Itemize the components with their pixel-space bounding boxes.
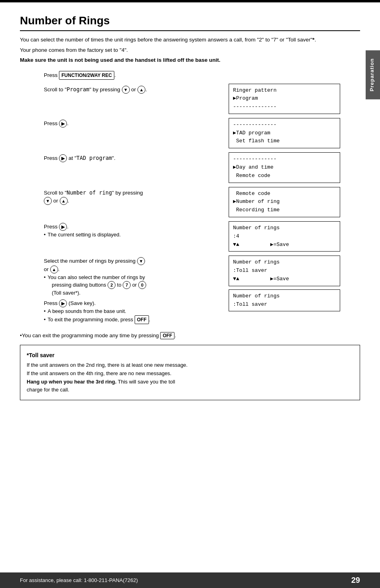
key-2: 2: [108, 281, 116, 289]
step-5-row: Scroll to "Number of ring" by pressing ▼…: [20, 187, 340, 217]
key-0: 0: [138, 281, 146, 289]
step-1-row: Press FUNCTION/2WAY REC.: [20, 69, 340, 80]
step-7-left: Select the number of rings by pressing ▼…: [44, 256, 229, 324]
lcd-2: -------------- ▶TAD program Set flash ti…: [229, 118, 340, 148]
step-5-left: Scroll to "Number of ring" by pressing ▼…: [44, 187, 229, 205]
sidebar-label: Preparation: [369, 58, 375, 91]
right-arrow-key-4: ▶: [59, 299, 67, 307]
toll-saver-line1: If the unit answers on the 2nd ring, the…: [27, 361, 353, 370]
lcd-4: Remote code ▶Number of ring Recording ti…: [229, 187, 340, 217]
function-key: FUNCTION/2WAY REC: [59, 71, 114, 80]
right-arrow-key-2: ▶: [59, 154, 67, 162]
step-4-text: Press ▶ at "TAD program".: [44, 155, 116, 161]
lcd-1: Ringer pattern ▶Program --------------: [229, 84, 340, 114]
up-arrow-key-2: ▲: [60, 197, 68, 205]
off-key-2: OFF: [160, 332, 174, 339]
content-area: Press FUNCTION/2WAY REC. Scroll to "Prog…: [20, 69, 360, 328]
step-2-row: Scroll to "Program" by pressing ▼ or ▲. …: [20, 84, 340, 114]
step-3-right: -------------- ▶TAD program Set flash ti…: [229, 118, 340, 148]
step-7-bullet2: A beep sounds from the base unit.: [44, 307, 221, 315]
step-6-left: Press ▶. The current setting is displaye…: [44, 221, 229, 239]
step-7-row: Select the number of rings by pressing ▼…: [20, 256, 340, 324]
sidebar-tab: Preparation: [366, 50, 380, 99]
down-arrow-key: ▼: [122, 86, 130, 94]
down-arrow-key-3: ▼: [137, 257, 145, 265]
step-7-bullet1-cont: pressing dialing buttons 2 to 7 or 0: [52, 281, 221, 289]
step-7-bullet3: To exit the programming mode, press OFF.: [44, 315, 221, 324]
step-6-bullet: The current setting is displayed.: [44, 232, 121, 238]
toll-saver-line2: If the unit answers on the 4th ring, the…: [27, 370, 353, 378]
step-3-left: Press ▶.: [44, 118, 229, 128]
step-1-left: Press FUNCTION/2WAY REC.: [44, 69, 229, 80]
step-4-left: Press ▶ at "TAD program".: [44, 152, 229, 162]
up-arrow-key-3: ▲: [50, 265, 58, 273]
step-2-left: Scroll to "Program" by pressing ▼ or ▲.: [44, 84, 229, 94]
page-number: 29: [351, 576, 360, 585]
footer-label: For assistance, please call: 1-800-211-P…: [20, 577, 138, 583]
bold-warning: Make sure the unit is not being used and…: [20, 57, 360, 63]
step-5-right: Remote code ▶Number of ring Recording ti…: [229, 187, 340, 217]
right-arrow-key-3: ▶: [59, 223, 67, 231]
step-4-row: Press ▶ at "TAD program". --------------…: [20, 152, 340, 183]
page-title: Number of Rings: [20, 14, 360, 31]
step-6-right: Number of rings :4 ▼▲ ▶=Save: [229, 221, 340, 252]
off-key-1: OFF: [135, 315, 149, 324]
lcd-6: Number of rings :Toll saver ▼▲ ▶=Save: [229, 256, 340, 286]
step-1-text: Press FUNCTION/2WAY REC.: [44, 72, 116, 78]
save-key-label: Save: [71, 300, 83, 306]
step-7-bullet1: You can also select the number of rings …: [44, 273, 221, 281]
down-arrow-key-2: ▼: [44, 197, 52, 205]
page-container: Preparation Number of Rings You can sele…: [0, 2, 380, 424]
intro-text-1: You can select the number of times the u…: [20, 36, 360, 44]
exit-note: •You can exit the programming mode any t…: [20, 332, 360, 339]
right-arrow-key-1: ▶: [59, 120, 67, 128]
footer: For assistance, please call: 1-800-211-P…: [0, 572, 380, 588]
lcd-3: -------------- ▶Day and time Remote code: [229, 152, 340, 183]
step-4-right: -------------- ▶Day and time Remote code: [229, 152, 340, 183]
lcd-5: Number of rings :4 ▼▲ ▶=Save: [229, 221, 340, 252]
intro-text-2: Your phone comes from the factory set to…: [20, 46, 360, 54]
toll-saver-line4: charge for the call.: [27, 386, 353, 394]
toll-saver-box: *Toll saver If the unit answers on the 2…: [20, 345, 360, 401]
toll-saver-title: *Toll saver: [27, 351, 353, 360]
step-6-row: Press ▶. The current setting is displaye…: [20, 221, 340, 252]
step-7-press: Press ▶ (Save key).: [44, 299, 221, 307]
step-3-row: Press ▶. -------------- ▶TAD program Set…: [20, 118, 340, 148]
up-arrow-key: ▲: [137, 86, 145, 94]
key-7: 7: [123, 281, 131, 289]
step-3-text: Press ▶.: [44, 120, 69, 126]
toll-saver-line3: Hang up when you hear the 3rd ring. This…: [27, 378, 353, 386]
step-2-text: Scroll to "Program" by pressing ▼ or ▲.: [44, 87, 147, 92]
step-7-right: Number of rings :Toll saver ▼▲ ▶=Save Nu…: [229, 256, 340, 311]
lcd-7: Number of rings :Toll saver: [229, 289, 340, 312]
step-2-right: Ringer pattern ▶Program --------------: [229, 84, 340, 114]
step-6-text: Press ▶.: [44, 224, 69, 230]
step-7-toll-note: (Toll saver*).: [52, 289, 221, 297]
step-5-text: Scroll to "Number of ring" by pressing ▼…: [44, 190, 143, 204]
step-7-main: Select the number of rings by pressing ▼…: [44, 257, 221, 273]
